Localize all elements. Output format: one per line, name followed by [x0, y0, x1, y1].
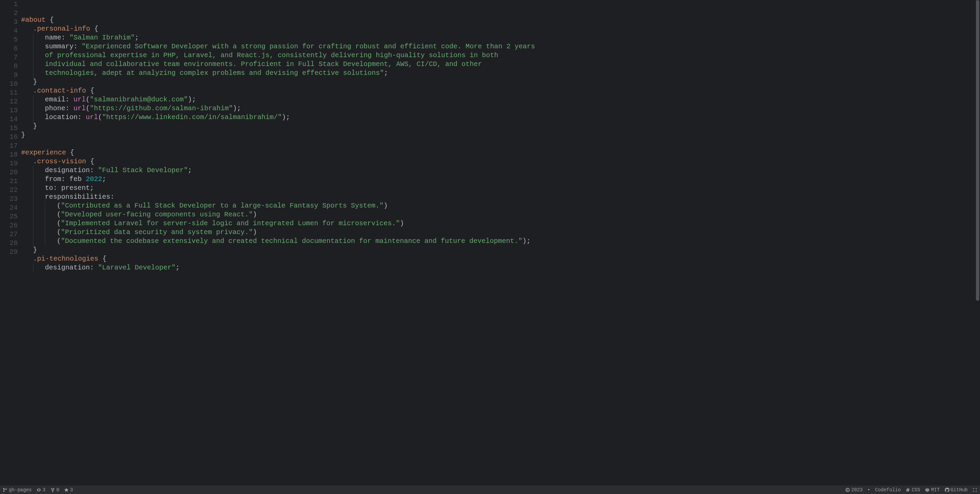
bullet-separator: • — [867, 487, 870, 492]
copyright-icon — [845, 488, 850, 492]
github-icon — [945, 488, 950, 492]
code-line[interactable]: } — [21, 122, 980, 131]
line-number: 15 — [0, 124, 21, 133]
license-indicator[interactable]: MIT — [925, 487, 940, 492]
code-area[interactable]: #about {.personal-info {name: "Salman Ib… — [21, 0, 980, 485]
line-number: 29 — [0, 248, 21, 257]
code-line[interactable]: } — [21, 246, 980, 254]
code-line[interactable]: responsibilities: — [21, 192, 980, 202]
code-line[interactable]: } — [21, 131, 980, 140]
stars-count: 3 — [70, 487, 73, 492]
code-line[interactable]: designation: "Laravel Developer"; — [21, 263, 980, 272]
line-number: 2 — [0, 9, 21, 18]
code-line[interactable]: email: url("salmanibrahim@duck.com"); — [21, 95, 980, 104]
scale-icon — [925, 488, 930, 492]
line-number: 23 — [0, 195, 21, 203]
stars-indicator[interactable]: 3 — [64, 487, 73, 492]
code-line[interactable]: individual and collaborative team enviro… — [21, 60, 980, 69]
watchers-count: 3 — [43, 487, 45, 492]
line-number: 7 — [0, 53, 21, 62]
line-number: 24 — [0, 203, 21, 212]
license-label: MIT — [931, 487, 940, 492]
code-line[interactable]: ("Implemented Laravel for server-side lo… — [21, 219, 980, 228]
line-number: 4 — [0, 27, 21, 35]
line-number: 1 — [0, 0, 21, 9]
line-number: 11 — [0, 89, 21, 97]
code-line[interactable]: ("Prioritized data security and system p… — [21, 228, 980, 237]
code-line[interactable]: location: url("https://www.linkedin.com/… — [21, 113, 980, 122]
line-number: 13 — [0, 106, 21, 115]
status-bar: gh-pages 3 0 3 2023 • Codefolio — [0, 485, 980, 494]
branch-indicator[interactable]: gh-pages — [3, 487, 32, 492]
code-line[interactable]: ("Documented the codebase extensively an… — [21, 237, 980, 246]
line-number: 19 — [0, 159, 21, 168]
code-line[interactable]: phone: url("https://github.com/salman-ib… — [21, 104, 980, 113]
line-number: 8 — [0, 62, 21, 71]
code-line[interactable]: .cross-vision { — [21, 157, 980, 166]
branch-name: gh-pages — [9, 487, 32, 492]
line-number: 26 — [0, 221, 21, 230]
vertical-scrollbar[interactable] — [975, 0, 980, 485]
line-number: 16 — [0, 133, 21, 141]
code-line[interactable]: .contact-info { — [21, 86, 980, 95]
code-line[interactable] — [21, 140, 980, 148]
code-line[interactable]: to: present; — [21, 184, 980, 192]
line-number-gutter: 1234567891011121314151617181920212223242… — [0, 0, 21, 485]
language-label: CSS — [912, 487, 920, 492]
code-line[interactable]: } — [21, 78, 980, 86]
line-number: 27 — [0, 230, 21, 239]
site-name[interactable]: Codefolio — [875, 487, 901, 492]
line-number: 25 — [0, 212, 21, 221]
code-line[interactable]: #about { — [21, 16, 980, 24]
line-number: 22 — [0, 186, 21, 195]
hash-icon — [905, 488, 910, 492]
code-line[interactable]: #experience { — [21, 148, 980, 157]
fork-icon — [50, 488, 55, 492]
line-number: 5 — [0, 35, 21, 44]
editor[interactable]: 1234567891011121314151617181920212223242… — [0, 0, 980, 485]
copyright-indicator: 2023 — [845, 487, 863, 492]
repo-label: GitHub — [951, 487, 968, 492]
line-number: 18 — [0, 150, 21, 159]
code-line[interactable]: name: "Salman Ibrahim"; — [21, 33, 980, 42]
code-line[interactable]: .pi-technologies { — [21, 254, 980, 263]
code-line[interactable]: .personal-info { — [21, 24, 980, 33]
code-line[interactable]: ("Contributed as a Full Stack Developer … — [21, 202, 980, 210]
code-line[interactable]: summary: "Experienced Software Developer… — [21, 42, 980, 51]
line-number: 17 — [0, 141, 21, 150]
line-number: 6 — [0, 44, 21, 53]
code-line[interactable]: from: feb 2022; — [21, 175, 980, 184]
language-indicator[interactable]: CSS — [905, 487, 920, 492]
line-number: 12 — [0, 97, 21, 106]
copyright-year: 2023 — [851, 487, 863, 492]
watchers-indicator[interactable]: 3 — [37, 487, 45, 492]
line-number: 21 — [0, 177, 21, 186]
git-branch-icon — [3, 488, 8, 492]
line-number: 14 — [0, 115, 21, 124]
line-number: 28 — [0, 239, 21, 248]
forks-count: 0 — [56, 487, 59, 492]
scroll-thumb[interactable] — [976, 0, 979, 301]
line-number: 20 — [0, 168, 21, 177]
code-line[interactable]: designation: "Full Stack Developer"; — [21, 166, 980, 175]
code-line[interactable]: of professional expertise in PHP, Larave… — [21, 51, 980, 60]
repo-indicator[interactable]: GitHub — [945, 487, 968, 492]
line-number: 10 — [0, 79, 21, 89]
star-icon — [64, 488, 69, 492]
forks-indicator[interactable]: 0 — [50, 487, 59, 492]
fullscreen-button[interactable] — [972, 488, 977, 492]
code-line[interactable]: technologies, adept at analyzing complex… — [21, 69, 980, 78]
eye-icon — [37, 488, 41, 492]
line-number: 3 — [0, 18, 21, 27]
fullscreen-icon — [972, 488, 977, 492]
line-number: 9 — [0, 71, 21, 79]
code-line[interactable]: ("Developed user-facing components using… — [21, 210, 980, 219]
